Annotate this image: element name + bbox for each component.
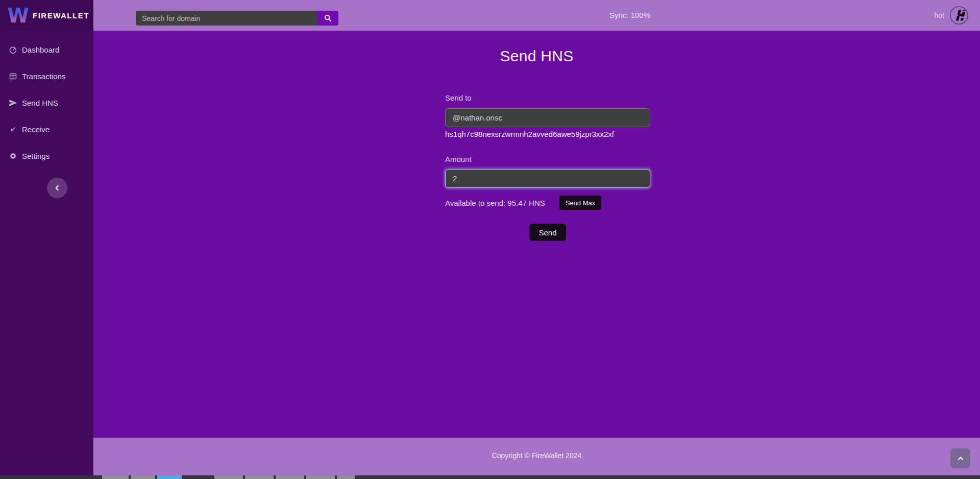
chevron-left-icon	[54, 184, 61, 191]
sidebar-collapse-button[interactable]	[47, 178, 67, 198]
dashboard-gauge-icon	[9, 45, 17, 54]
sidebar-item-settings[interactable]: Settings	[0, 142, 93, 169]
sidebar-item-label: Receive	[22, 125, 50, 134]
taskbar-app-button-active[interactable]	[157, 475, 182, 479]
taskbar-app-button[interactable]	[306, 475, 335, 479]
send-to-label: Send to	[445, 93, 650, 102]
send-to-input[interactable]	[445, 108, 650, 127]
receive-arrow-icon	[9, 125, 17, 134]
sidebar-item-label: Send HNS	[22, 99, 58, 107]
sidebar-item-label: Settings	[22, 152, 50, 160]
sidebar-item-label: Dashboard	[22, 45, 59, 54]
resolved-address: hs1qh7c98nexsrzwrmnh2avved6awe59jzpr3xx2…	[445, 130, 650, 138]
send-button[interactable]: Send	[529, 224, 566, 241]
sidebar: W FIREWALLET Dashboard	[0, 0, 93, 475]
available-balance-text: Available to send: 95.47 HNS	[445, 199, 545, 207]
brand-home-link[interactable]: W FIREWALLET	[0, 0, 93, 31]
send-max-button[interactable]: Send Max	[559, 196, 602, 210]
main-content: Send HNS Send to hs1qh7c98nexsrzwrmnh2av…	[93, 31, 980, 438]
sidebar-item-dashboard[interactable]: Dashboard	[0, 36, 93, 63]
svg-text:W: W	[8, 5, 29, 26]
search-button[interactable]	[317, 11, 338, 26]
page-title: Send HNS	[93, 47, 980, 65]
firewallet-logo-icon: W	[7, 5, 30, 26]
sidebar-item-send-hns[interactable]: Send HNS	[0, 89, 93, 116]
sidebar-item-transactions[interactable]: Transactions	[0, 63, 93, 89]
amount-label: Amount	[445, 155, 650, 163]
send-icon	[9, 99, 17, 107]
scroll-to-top-button[interactable]	[950, 448, 970, 468]
wallet-badge: hot	[935, 0, 969, 31]
domain-search	[136, 11, 338, 26]
handshake-logo-icon[interactable]	[949, 6, 969, 25]
wallet-mode-label: hot	[935, 11, 944, 19]
sidebar-nav: Dashboard Transactions S	[0, 36, 93, 169]
os-taskbar-edge	[0, 475, 980, 479]
gear-icon	[9, 152, 17, 160]
send-form: Send to hs1qh7c98nexsrzwrmnh2avved6awe59…	[445, 93, 650, 241]
sidebar-item-label: Transactions	[22, 72, 65, 81]
taskbar-app-button[interactable]	[276, 475, 304, 479]
table-icon	[9, 72, 17, 81]
app-window: W FIREWALLET Dashboard	[0, 0, 980, 479]
taskbar-app-button[interactable]	[131, 475, 155, 479]
taskbar-app-button[interactable]	[214, 475, 243, 479]
sync-status: Sync: 100%	[609, 0, 650, 31]
amount-input[interactable]	[445, 169, 650, 188]
sidebar-item-receive[interactable]: Receive	[0, 116, 93, 142]
copyright-text: Copyright © FireWallet 2024	[93, 438, 980, 460]
send-row: Send	[445, 224, 650, 241]
topbar: Sync: 100% hot	[93, 0, 980, 31]
taskbar-app-button[interactable]	[102, 475, 129, 479]
brand-name: FIREWALLET	[33, 11, 89, 20]
search-input[interactable]	[136, 11, 317, 26]
search-icon	[324, 14, 332, 22]
footer: Copyright © FireWallet 2024	[93, 438, 980, 475]
taskbar-app-button[interactable]	[337, 475, 355, 479]
available-row: Available to send: 95.47 HNS Send Max	[445, 196, 650, 210]
chevron-up-icon	[957, 454, 965, 463]
taskbar-app-button[interactable]	[245, 475, 274, 479]
